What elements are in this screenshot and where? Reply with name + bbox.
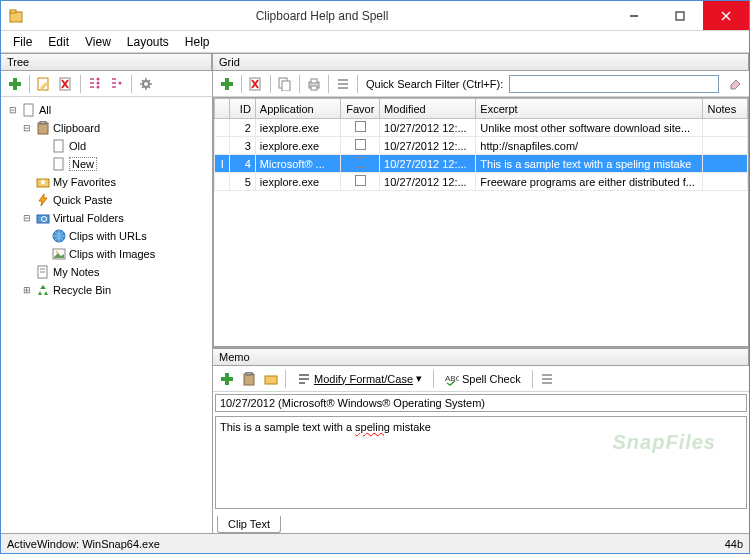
spacer — [37, 230, 49, 242]
modify-format-button[interactable]: Modify Format/Case ▾ — [290, 369, 429, 389]
table-row[interactable]: 2iexplore.exe10/27/2012 12:...Unlike mos… — [215, 119, 748, 137]
table-row[interactable]: 3iexplore.exe10/27/2012 12:...http://sna… — [215, 137, 748, 155]
grid-add-button[interactable] — [217, 74, 237, 94]
tree-node-clipsimages[interactable]: Clips with Images — [3, 245, 210, 263]
tree-label: Quick Paste — [53, 194, 112, 206]
cell-application: iexplore.exe — [255, 137, 341, 155]
tree-node-virtualfolders[interactable]: ⊟ Virtual Folders — [3, 209, 210, 227]
grid-section: Grid Quick Search Filter (Ctrl+F): — [213, 53, 749, 347]
menu-help[interactable]: Help — [177, 32, 218, 52]
window-controls — [611, 1, 749, 30]
memo-paste-button[interactable] — [261, 369, 281, 389]
tree-delete-button[interactable] — [56, 74, 76, 94]
tree-node-all[interactable]: ⊟ All — [3, 101, 210, 119]
table-row[interactable]: 5iexplore.exe10/27/2012 12:...Freeware p… — [215, 173, 748, 191]
tree-toolbar — [1, 71, 212, 97]
cell-favor[interactable] — [341, 137, 380, 155]
main-content: Tree ⊟ All ⊟ Clipboard — [1, 53, 749, 533]
separator — [433, 370, 434, 388]
row-marker — [215, 137, 230, 155]
image-icon — [51, 246, 67, 262]
menu-view[interactable]: View — [77, 32, 119, 52]
tree-label: Clipboard — [53, 122, 100, 134]
separator — [328, 75, 329, 93]
menu-file[interactable]: File — [5, 32, 40, 52]
page-icon — [51, 138, 67, 154]
memo-copy-button[interactable] — [239, 369, 259, 389]
tree-node-old[interactable]: Old — [3, 137, 210, 155]
collapse-icon[interactable]: ⊟ — [21, 122, 33, 134]
tree-node-recyclebin[interactable]: ⊞ Recycle Bin — [3, 281, 210, 299]
col-id[interactable]: ID — [230, 99, 256, 119]
memo-add-button[interactable] — [217, 369, 237, 389]
grid-header-row: ID Application Favor Modified Excerpt No… — [215, 99, 748, 119]
tree-label: Clips with URLs — [69, 230, 147, 242]
tree-label: My Notes — [53, 266, 99, 278]
tree-node-favorites[interactable]: My Favorites — [3, 173, 210, 191]
row-marker — [215, 119, 230, 137]
tree-panel: Tree ⊟ All ⊟ Clipboard — [1, 53, 213, 533]
separator — [299, 75, 300, 93]
tree-view[interactable]: ⊟ All ⊟ Clipboard Old New — [1, 97, 212, 533]
memo-options-button[interactable] — [537, 369, 557, 389]
row-marker — [215, 173, 230, 191]
tree-label: All — [39, 104, 51, 116]
grid-table[interactable]: ID Application Favor Modified Excerpt No… — [213, 97, 749, 347]
col-modified[interactable]: Modified — [380, 99, 476, 119]
cell-favor[interactable] — [341, 173, 380, 191]
separator — [532, 370, 533, 388]
collapse-icon[interactable]: ⊟ — [21, 212, 33, 224]
spacer — [21, 266, 33, 278]
memo-body[interactable]: This is a sample text with a speling mis… — [215, 416, 747, 509]
tree-edit-button[interactable] — [34, 74, 54, 94]
tab-clip-text[interactable]: Clip Text — [217, 516, 281, 533]
tree-node-quickpaste[interactable]: Quick Paste — [3, 191, 210, 209]
tree-node-new[interactable]: New — [3, 155, 210, 173]
tree-expand-button[interactable] — [85, 74, 105, 94]
cell-modified: 10/27/2012 12:... — [380, 155, 476, 173]
tree-collapse-button[interactable] — [107, 74, 127, 94]
cell-excerpt: http://snapfiles.com/ — [476, 137, 703, 155]
cell-excerpt: Unlike most other software download site… — [476, 119, 703, 137]
expand-icon[interactable]: ⊞ — [21, 284, 33, 296]
memo-section: Memo Modify Format/Case ▾ ABC Spell Chec… — [213, 347, 749, 533]
tree-add-button[interactable] — [5, 74, 25, 94]
grid-delete-button[interactable] — [246, 74, 266, 94]
page-icon — [21, 102, 37, 118]
watermark: SnapFiles — [613, 431, 716, 454]
cell-favor[interactable] — [341, 119, 380, 137]
menu-layouts[interactable]: Layouts — [119, 32, 177, 52]
col-excerpt[interactable]: Excerpt — [476, 99, 703, 119]
svg-rect-17 — [24, 104, 33, 116]
svg-rect-48 — [265, 376, 277, 384]
tree-settings-button[interactable] — [136, 74, 156, 94]
svg-rect-40 — [311, 86, 317, 90]
search-input[interactable] — [509, 75, 719, 93]
tree-label: Recycle Bin — [53, 284, 111, 296]
col-notes[interactable]: Notes — [703, 99, 748, 119]
spellcheck-button[interactable]: ABC Spell Check — [438, 369, 528, 389]
tree-node-clipsurls[interactable]: Clips with URLs — [3, 227, 210, 245]
grid-options-button[interactable] — [333, 74, 353, 94]
row-marker-header[interactable] — [215, 99, 230, 119]
tree-node-mynotes[interactable]: My Notes — [3, 263, 210, 281]
separator — [270, 75, 271, 93]
grid-copy-button[interactable] — [275, 74, 295, 94]
collapse-icon[interactable]: ⊟ — [7, 104, 19, 116]
maximize-button[interactable] — [657, 1, 703, 30]
cell-application: Microsoft® ... — [255, 155, 341, 173]
tree-node-clipboard[interactable]: ⊟ Clipboard — [3, 119, 210, 137]
spacer — [21, 194, 33, 206]
close-button[interactable] — [703, 1, 749, 30]
table-row[interactable]: I4Microsoft® ...10/27/2012 12:...This is… — [215, 155, 748, 173]
menu-edit[interactable]: Edit — [40, 32, 77, 52]
col-favor[interactable]: Favor — [341, 99, 380, 119]
minimize-button[interactable] — [611, 1, 657, 30]
cell-favor[interactable] — [341, 155, 380, 173]
cell-modified: 10/27/2012 12:... — [380, 137, 476, 155]
grid-print-button[interactable] — [304, 74, 324, 94]
col-application[interactable]: Application — [255, 99, 341, 119]
clear-search-button[interactable] — [725, 74, 745, 94]
dropdown-icon: ▾ — [416, 372, 422, 385]
memo-text-post: mistake — [390, 421, 431, 433]
